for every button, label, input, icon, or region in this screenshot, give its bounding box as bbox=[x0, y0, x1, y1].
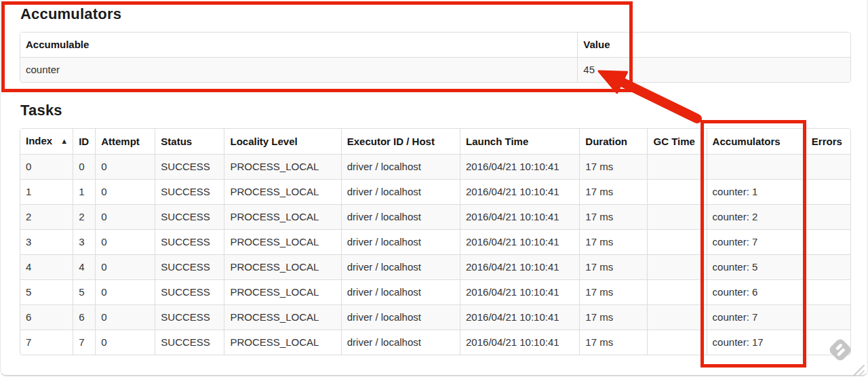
attempt-cell: 0 bbox=[95, 204, 155, 229]
executor-cell: driver / localhost bbox=[341, 229, 460, 254]
task-row: 5 5 0 SUCCESS PROCESS_LOCAL driver / loc… bbox=[20, 279, 850, 304]
launch-time-cell: 2016/04/21 10:10:41 bbox=[460, 330, 579, 355]
attempt-cell: 0 bbox=[95, 229, 155, 254]
errors-cell bbox=[806, 204, 850, 229]
locality-cell: PROCESS_LOCAL bbox=[224, 279, 340, 304]
tasks-table: Index▲ ID Attempt Status Locality Level … bbox=[20, 128, 851, 355]
status-column-header[interactable]: Status bbox=[155, 129, 224, 155]
attempt-column-header[interactable]: Attempt bbox=[95, 129, 155, 155]
accumulators-cell bbox=[707, 155, 806, 179]
launch-time-column-header[interactable]: Launch Time bbox=[460, 129, 579, 155]
status-cell: SUCCESS bbox=[155, 254, 224, 279]
task-row: 2 2 0 SUCCESS PROCESS_LOCAL driver / loc… bbox=[20, 204, 850, 229]
accumulators-cell: counter: 17 bbox=[707, 330, 806, 355]
gc-time-cell bbox=[647, 304, 706, 330]
id-cell: 6 bbox=[73, 304, 95, 330]
status-cell: SUCCESS bbox=[155, 330, 224, 355]
resize-grip-icon bbox=[850, 362, 868, 377]
locality-cell: PROCESS_LOCAL bbox=[224, 304, 340, 330]
status-cell: SUCCESS bbox=[155, 229, 224, 254]
executor-cell: driver / localhost bbox=[341, 179, 460, 204]
status-cell: SUCCESS bbox=[155, 279, 224, 304]
locality-cell: PROCESS_LOCAL bbox=[224, 254, 340, 279]
accumulable-name-cell: counter bbox=[20, 58, 577, 82]
accumulators-header-row: Accumulable Value bbox=[20, 33, 850, 58]
duration-column-header[interactable]: Duration bbox=[579, 129, 647, 155]
accumulable-column-header[interactable]: Accumulable bbox=[20, 33, 577, 58]
duration-cell: 17 ms bbox=[579, 330, 647, 355]
duration-cell: 17 ms bbox=[579, 279, 647, 304]
id-cell: 2 bbox=[73, 204, 95, 229]
index-column-header[interactable]: Index▲ bbox=[20, 129, 73, 155]
duration-cell: 17 ms bbox=[579, 179, 647, 204]
locality-cell: PROCESS_LOCAL bbox=[224, 229, 340, 254]
accumulators-cell: counter: 7 bbox=[707, 304, 806, 330]
spark-stage-page: Accumulators Accumulable Value counter 4… bbox=[0, 0, 868, 377]
attempt-cell: 0 bbox=[95, 179, 155, 204]
sort-asc-icon: ▲ bbox=[60, 137, 68, 145]
gc-time-column-header[interactable]: GC Time bbox=[647, 129, 706, 155]
launch-time-cell: 2016/04/21 10:10:41 bbox=[460, 254, 579, 279]
task-row: 1 1 0 SUCCESS PROCESS_LOCAL driver / loc… bbox=[20, 179, 850, 204]
value-column-header[interactable]: Value bbox=[577, 33, 850, 58]
index-cell: 4 bbox=[20, 254, 73, 279]
launch-time-cell: 2016/04/21 10:10:41 bbox=[460, 304, 579, 330]
locality-level-column-header[interactable]: Locality Level bbox=[224, 129, 340, 155]
id-cell: 1 bbox=[73, 179, 95, 204]
executor-cell: driver / localhost bbox=[341, 279, 460, 304]
accumulators-heading: Accumulators bbox=[20, 5, 850, 23]
accumulators-cell: counter: 6 bbox=[707, 279, 806, 304]
attempt-cell: 0 bbox=[95, 304, 155, 330]
duration-cell: 17 ms bbox=[579, 229, 647, 254]
gc-time-cell bbox=[647, 229, 706, 254]
launch-time-cell: 2016/04/21 10:10:41 bbox=[460, 179, 579, 204]
locality-cell: PROCESS_LOCAL bbox=[224, 179, 340, 204]
errors-column-header[interactable]: Errors bbox=[806, 129, 850, 155]
accumulators-cell: counter: 7 bbox=[707, 229, 806, 254]
id-cell: 7 bbox=[73, 330, 95, 355]
accumulators-cell: counter: 5 bbox=[707, 254, 806, 279]
errors-cell bbox=[806, 155, 850, 179]
duration-cell: 17 ms bbox=[579, 254, 647, 279]
executor-cell: driver / localhost bbox=[341, 155, 460, 179]
status-cell: SUCCESS bbox=[155, 179, 224, 204]
locality-cell: PROCESS_LOCAL bbox=[224, 330, 340, 355]
index-cell: 0 bbox=[20, 155, 73, 179]
executor-id-host-column-header[interactable]: Executor ID / Host bbox=[341, 129, 460, 155]
duration-cell: 17 ms bbox=[579, 155, 647, 179]
executor-cell: driver / localhost bbox=[341, 254, 460, 279]
status-cell: SUCCESS bbox=[155, 204, 224, 229]
accumulable-value-cell: 45 bbox=[577, 58, 850, 82]
index-cell: 2 bbox=[20, 204, 73, 229]
tasks-heading: Tasks bbox=[20, 102, 850, 119]
index-cell: 6 bbox=[20, 304, 73, 330]
locality-cell: PROCESS_LOCAL bbox=[224, 155, 340, 179]
attempt-cell: 0 bbox=[95, 330, 155, 355]
gc-time-cell bbox=[647, 254, 706, 279]
id-cell: 0 bbox=[73, 155, 95, 179]
id-column-header[interactable]: ID bbox=[73, 129, 95, 155]
launch-time-cell: 2016/04/21 10:10:41 bbox=[460, 279, 579, 304]
launch-time-cell: 2016/04/21 10:10:41 bbox=[460, 204, 579, 229]
index-cell: 5 bbox=[20, 279, 73, 304]
accumulators-column-header[interactable]: Accumulators bbox=[707, 129, 806, 155]
executor-cell: driver / localhost bbox=[341, 204, 460, 229]
accumulator-row: counter 45 bbox=[20, 58, 850, 82]
launch-time-cell: 2016/04/21 10:10:41 bbox=[460, 229, 579, 254]
page-content: Accumulators Accumulable Value counter 4… bbox=[20, 0, 850, 355]
errors-cell bbox=[806, 279, 850, 304]
task-row: 3 3 0 SUCCESS PROCESS_LOCAL driver / loc… bbox=[20, 229, 850, 254]
duration-cell: 17 ms bbox=[579, 304, 647, 330]
attempt-cell: 0 bbox=[95, 155, 155, 179]
status-cell: SUCCESS bbox=[155, 155, 224, 179]
gc-time-cell bbox=[647, 179, 706, 204]
duration-cell: 17 ms bbox=[579, 204, 647, 229]
accumulators-cell: counter: 1 bbox=[707, 179, 806, 204]
index-column-label: Index bbox=[26, 135, 52, 146]
launch-time-cell: 2016/04/21 10:10:41 bbox=[460, 155, 579, 179]
errors-cell bbox=[806, 254, 850, 279]
errors-cell bbox=[806, 179, 850, 204]
task-row: 4 4 0 SUCCESS PROCESS_LOCAL driver / loc… bbox=[20, 254, 850, 279]
gc-time-cell bbox=[647, 330, 706, 355]
id-cell: 3 bbox=[73, 229, 95, 254]
